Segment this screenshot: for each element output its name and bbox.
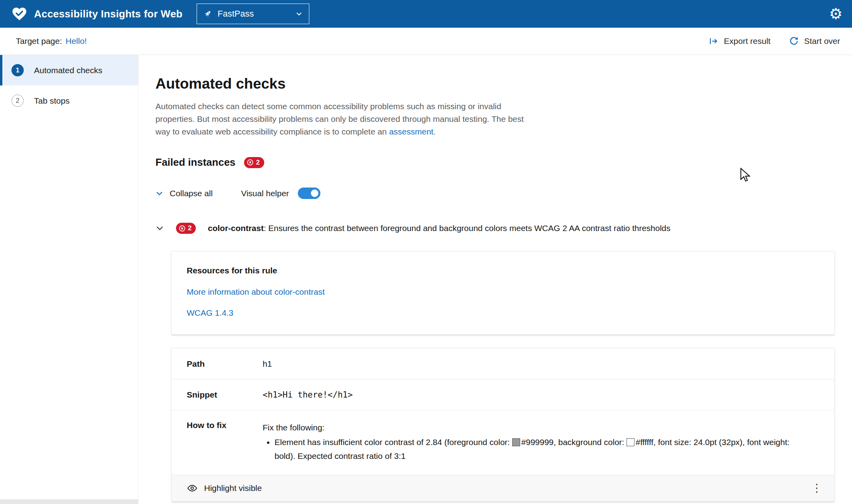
target-page-link[interactable]: Hello!	[66, 36, 87, 46]
resources-title: Resources for this rule	[187, 266, 819, 275]
export-result-button[interactable]: Export result	[708, 36, 771, 46]
highlight-visible-label: Highlight visible	[204, 483, 262, 493]
sidebar-item-label: Automated checks	[34, 66, 102, 75]
kebab-menu-icon[interactable]: ⋮	[808, 483, 825, 494]
intro-text: Automated checks can detect some common …	[155, 102, 524, 136]
chevron-down-icon	[295, 10, 303, 17]
intro-period: .	[434, 127, 436, 136]
x-circle-icon	[179, 225, 186, 232]
sidebar-item-automated-checks[interactable]: 1 Automated checks	[0, 55, 138, 85]
background-color-value: #ffffff	[636, 438, 653, 447]
highlight-visible-button[interactable]: Highlight visible	[187, 483, 262, 494]
visual-helper-label: Visual helper	[241, 189, 289, 198]
fastpass-label: FastPass	[218, 9, 290, 19]
intro-paragraph: Automated checks can detect some common …	[155, 100, 529, 138]
sidebar-item-tab-stops[interactable]: 2 Tab stops	[0, 85, 138, 116]
more-info-link[interactable]: More information about color-contrast	[187, 287, 819, 297]
target-page: Target page: Hello!	[16, 36, 87, 46]
background-color-swatch	[627, 438, 634, 446]
instance-card-footer: Highlight visible ⋮	[172, 475, 834, 501]
path-value: h1	[263, 359, 272, 369]
rule-title: color-contrast: Ensures the contrast bet…	[208, 224, 670, 233]
main-content: Automated checks Automated checks can de…	[138, 55, 852, 504]
wcag-link[interactable]: WCAG 1.4.3	[187, 308, 819, 318]
step-number-1: 1	[11, 64, 24, 76]
fix-bullet: Element has insufficient color contrast …	[275, 435, 799, 463]
rule-description: : Ensures the contrast between foregroun…	[264, 224, 670, 233]
start-over-button[interactable]: Start over	[789, 36, 840, 46]
left-nav: 1 Automated checks 2 Tab stops	[0, 55, 138, 504]
fix-text-mid: , background color:	[554, 438, 627, 447]
app-logo-heart-icon	[11, 6, 28, 22]
sidebar-item-label: Tab stops	[34, 96, 70, 106]
sidebar-footer-strip	[0, 499, 138, 504]
instance-details-card: Path h1 Snippet <h1>Hi there!</h1> How t…	[171, 348, 835, 502]
visual-helper-toggle[interactable]	[298, 188, 320, 199]
snippet-label: Snippet	[187, 390, 263, 400]
foreground-color-swatch	[512, 438, 520, 446]
assessment-link[interactable]: assessment	[389, 127, 434, 136]
rule-name: color-contrast	[208, 224, 263, 233]
settings-gear-icon[interactable]: ⚙	[827, 6, 845, 22]
eye-icon	[187, 483, 198, 494]
step-number-2: 2	[11, 95, 24, 107]
export-result-label: Export result	[724, 36, 771, 46]
rule-expander-chevron-icon[interactable]	[155, 224, 164, 233]
path-label: Path	[187, 359, 263, 369]
rule-fail-count: 2	[188, 224, 191, 232]
resources-card: Resources for this rule More information…	[171, 251, 835, 335]
collapse-all-label: Collapse all	[170, 189, 213, 198]
target-page-label: Target page:	[16, 36, 62, 46]
rocket-icon	[203, 9, 212, 18]
how-to-fix-row: How to fix Fix the following: Element ha…	[172, 410, 834, 475]
path-row: Path h1	[172, 349, 834, 379]
subheader-bar: Target page: Hello! Export result Start …	[0, 28, 852, 55]
rule-fail-count-badge: 2	[176, 223, 196, 234]
collapse-all-button[interactable]: Collapse all	[155, 189, 213, 198]
chevron-down-icon	[155, 189, 163, 197]
start-over-label: Start over	[804, 36, 840, 46]
failed-instances-heading: Failed instances	[155, 156, 235, 169]
app-header: Accessibility Insights for Web FastPass …	[0, 0, 852, 28]
fix-intro: Fix the following:	[263, 421, 799, 434]
export-icon	[708, 36, 719, 46]
snippet-row: Snippet <h1>Hi there!</h1>	[172, 379, 834, 410]
toggle-knob	[311, 189, 318, 197]
refresh-icon	[789, 36, 799, 46]
failed-count-badge: 2	[244, 157, 264, 168]
how-to-fix-content: Fix the following: Element has insuffici…	[263, 421, 799, 463]
fastpass-dropdown[interactable]: FastPass	[197, 4, 309, 24]
failed-count: 2	[256, 159, 259, 167]
page-title: Automated checks	[155, 76, 835, 92]
x-circle-icon	[247, 159, 254, 166]
snippet-value: <h1>Hi there!</h1>	[263, 390, 353, 400]
fix-text-pre: Element has insufficient color contrast …	[275, 438, 512, 447]
foreground-color-value: #999999	[521, 438, 554, 447]
how-to-fix-label: How to fix	[187, 421, 263, 430]
app-title: Accessibility Insights for Web	[34, 8, 182, 20]
